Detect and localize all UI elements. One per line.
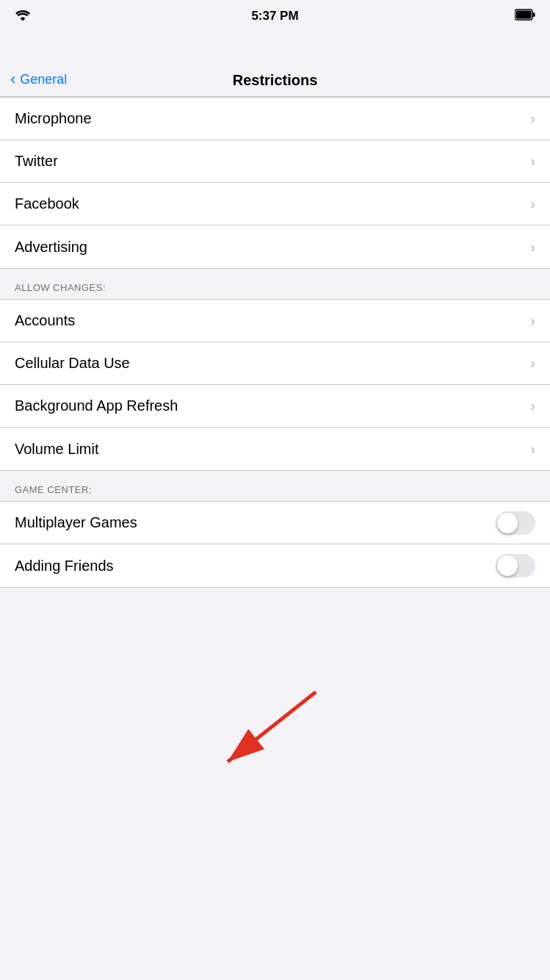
toggle-thumb xyxy=(497,555,518,576)
content-area: Microphone › Twitter › Facebook › Advert… xyxy=(0,97,550,588)
accounts-label: Accounts xyxy=(15,312,75,329)
back-label[interactable]: General xyxy=(20,72,67,87)
svg-rect-1 xyxy=(516,11,532,19)
list-item-adding-friends[interactable]: Adding Friends xyxy=(0,544,550,587)
section-privacy: Microphone › Twitter › Facebook › Advert… xyxy=(0,97,550,269)
adding-friends-label: Adding Friends xyxy=(15,558,114,574)
toggle-thumb xyxy=(497,513,518,533)
list-item-multiplayer-games[interactable]: Multiplayer Games xyxy=(0,502,550,544)
volume-limit-label: Volume Limit xyxy=(15,441,99,458)
status-right xyxy=(515,9,535,24)
list-item-facebook[interactable]: Facebook › xyxy=(0,183,550,226)
wifi-icon xyxy=(15,9,31,24)
adding-friends-toggle[interactable] xyxy=(496,554,535,577)
advertising-label: Advertising xyxy=(15,239,87,256)
chevron-right-icon: › xyxy=(530,153,535,170)
section-game-center: Multiplayer Games Adding Friends xyxy=(0,501,550,588)
list-item-microphone[interactable]: Microphone › xyxy=(0,98,550,140)
page-title: Restrictions xyxy=(233,72,318,89)
back-button[interactable]: ‹ General xyxy=(0,70,67,89)
list-item-accounts[interactable]: Accounts › xyxy=(0,300,550,342)
chevron-right-icon: › xyxy=(530,441,535,458)
svg-rect-2 xyxy=(533,12,535,17)
status-time: 5:37 PM xyxy=(251,9,298,24)
background-app-refresh-label: Background App Refresh xyxy=(15,397,178,414)
multiplayer-games-toggle[interactable] xyxy=(496,511,535,535)
status-bar: 5:37 PM xyxy=(0,0,550,32)
microphone-label: Microphone xyxy=(15,110,92,127)
list-item-advertising[interactable]: Advertising › xyxy=(0,226,550,268)
game-center-header: GAME CENTER: xyxy=(0,471,550,501)
chevron-right-icon: › xyxy=(530,312,535,329)
allow-changes-header: ALLOW CHANGES: xyxy=(0,269,550,299)
chevron-right-icon: › xyxy=(530,397,535,414)
facebook-label: Facebook xyxy=(15,195,79,212)
list-item-cellular-data-use[interactable]: Cellular Data Use › xyxy=(0,342,550,385)
list-item-volume-limit[interactable]: Volume Limit › xyxy=(0,428,550,470)
chevron-right-icon: › xyxy=(530,195,535,212)
list-item-background-app-refresh[interactable]: Background App Refresh › xyxy=(0,385,550,428)
twitter-label: Twitter xyxy=(15,153,58,170)
chevron-right-icon: › xyxy=(530,110,535,127)
back-chevron-icon: ‹ xyxy=(10,70,15,89)
section-allow-changes: Accounts › Cellular Data Use › Backgroun… xyxy=(0,299,550,471)
battery-icon xyxy=(515,9,535,24)
multiplayer-games-label: Multiplayer Games xyxy=(15,514,137,531)
list-item-twitter[interactable]: Twitter › xyxy=(0,140,550,183)
cellular-data-use-label: Cellular Data Use xyxy=(15,355,130,372)
chevron-right-icon: › xyxy=(530,239,535,256)
chevron-right-icon: › xyxy=(530,355,535,372)
navigation-bar: ‹ General Restrictions xyxy=(0,32,550,97)
svg-line-4 xyxy=(228,692,316,762)
